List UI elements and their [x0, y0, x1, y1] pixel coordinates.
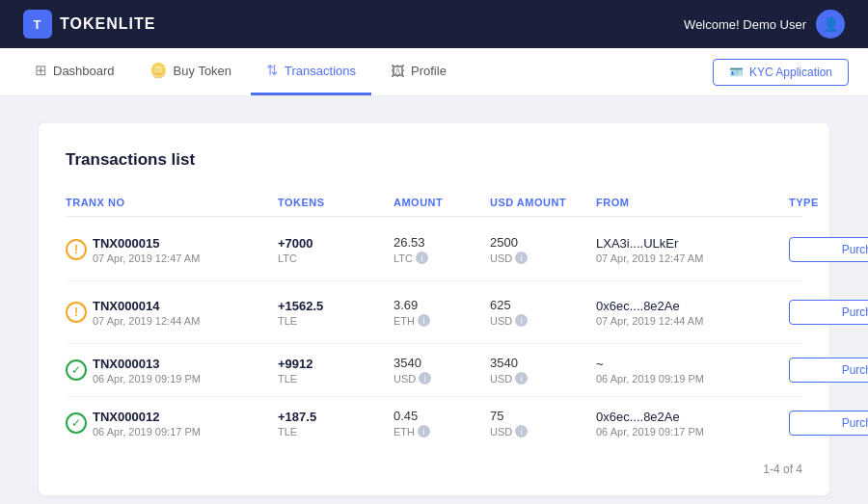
info-icon[interactable]: i — [418, 425, 430, 438]
purchase-button[interactable]: Purchase — [789, 358, 868, 383]
info-icon-usd[interactable]: i — [515, 314, 528, 327]
from-cell: 0x6ec....8e2Ae 06 Apr, 2019 09:17 PM — [596, 410, 789, 438]
usd-value: 625 — [490, 298, 596, 312]
status-icon-ok: ✓ — [66, 412, 87, 434]
purchase-button[interactable]: Purchase — [789, 300, 868, 325]
avatar[interactable]: 👤 — [816, 10, 845, 39]
amount-cell: 3540 USD i — [393, 356, 490, 385]
token-unit: TLE — [278, 373, 393, 385]
nav-label-dashboard: Dashboard — [53, 64, 115, 78]
kyc-icon: 🪪 — [729, 66, 744, 79]
amount-cell: 26.53 LTC i — [393, 235, 490, 264]
amount-unit: USD i — [393, 372, 490, 385]
usd-unit: USD i — [490, 372, 596, 385]
table-row: ✓ TNX000013 06 Apr, 2019 09:19 PM +9912 … — [66, 344, 802, 397]
token-unit: TLE — [278, 315, 393, 327]
from-date: 07 Apr, 2019 12:44 AM — [596, 315, 789, 327]
amount-value: 0.45 — [393, 409, 490, 423]
info-icon[interactable]: i — [418, 314, 430, 327]
purchase-button[interactable]: Purchase — [789, 237, 868, 262]
table-row: ! TNX000015 07 Apr, 2019 12:47 AM +7000 … — [66, 219, 802, 281]
txn-date: 06 Apr, 2019 09:19 PM — [93, 373, 201, 385]
from-cell: LXA3i....ULkEr 07 Apr, 2019 12:47 AM — [596, 236, 789, 264]
token-amount: +187.5 — [278, 410, 393, 424]
tokens-cell: +1562.5 TLE — [278, 299, 393, 327]
txn-id: TNX000014 — [93, 299, 200, 313]
nav-item-transactions[interactable]: ⇅ Transactions — [251, 48, 371, 95]
tokens-cell: +7000 LTC — [278, 236, 393, 264]
amount-value: 26.53 — [393, 235, 490, 250]
main-content: Transactions list TRANX NO TOKENS AMOUNT… — [0, 96, 868, 504]
txn-id: TNX000013 — [93, 357, 201, 371]
type-cell: Purchase — [789, 358, 868, 383]
table-row: ✓ TNX000012 06 Apr, 2019 09:17 PM +187.5… — [66, 397, 802, 449]
from-address: 0x6ec....8e2Ae — [596, 299, 789, 313]
nav-item-dashboard[interactable]: ⊞ Dashboard — [19, 48, 130, 95]
usd-value: 75 — [490, 409, 596, 423]
token-amount: +1562.5 — [278, 299, 393, 313]
logo: T TOKENLITE — [23, 10, 155, 39]
amount-unit: ETH i — [393, 314, 490, 327]
amount-value: 3540 — [393, 356, 490, 370]
from-date: 06 Apr, 2019 09:17 PM — [596, 426, 789, 438]
amount-cell: 0.45 ETH i — [393, 409, 490, 438]
type-cell: Purchase — [789, 411, 868, 436]
from-date: 06 Apr, 2019 09:19 PM — [596, 373, 789, 385]
buy-token-icon: 🪙 — [149, 62, 168, 79]
token-amount: +7000 — [278, 236, 393, 251]
transactions-icon: ⇅ — [266, 62, 279, 79]
card-title: Transactions list — [66, 150, 802, 170]
txn-cell: ✓ TNX000012 06 Apr, 2019 09:17 PM — [66, 410, 278, 438]
txn-date: 06 Apr, 2019 09:17 PM — [93, 426, 201, 438]
amount-unit: ETH i — [393, 425, 490, 438]
nav-item-profile[interactable]: 🖼 Profile — [375, 48, 462, 95]
dashboard-icon: ⊞ — [35, 62, 47, 79]
amount-cell: 3.69 ETH i — [393, 298, 490, 327]
usd-cell: 625 USD i — [490, 298, 596, 327]
txn-date: 07 Apr, 2019 12:47 AM — [93, 252, 200, 264]
usd-unit: USD i — [490, 314, 596, 327]
usd-value: 3540 — [490, 356, 596, 370]
type-cell: Purchase — [789, 300, 868, 325]
nav-label-transactions: Transactions — [285, 64, 356, 78]
from-address: 0x6ec....8e2Ae — [596, 410, 789, 424]
token-unit: TLE — [278, 426, 393, 438]
usd-cell: 75 USD i — [490, 409, 596, 438]
kyc-btn-label: KYC Application — [749, 66, 832, 79]
from-cell: ~ 06 Apr, 2019 09:19 PM — [596, 357, 789, 385]
nav-item-buy-token[interactable]: 🪙 Buy Token — [134, 48, 247, 95]
info-icon-usd[interactable]: i — [515, 252, 528, 264]
usd-value: 2500 — [490, 235, 596, 250]
from-address: LXA3i....ULkEr — [596, 236, 789, 251]
logo-icon: T — [23, 10, 52, 39]
app-header: T TOKENLITE Welcome! Demo User 👤 — [0, 0, 868, 48]
info-icon-usd[interactable]: i — [515, 425, 528, 438]
info-icon-usd[interactable]: i — [515, 372, 528, 385]
nav-links: ⊞ Dashboard 🪙 Buy Token ⇅ Transactions 🖼… — [19, 48, 462, 95]
nav-label-buy-token: Buy Token — [174, 64, 231, 78]
usd-cell: 2500 USD i — [490, 235, 596, 264]
logo-text: TOKENLITE — [60, 15, 155, 33]
col-from: FROM — [596, 197, 789, 208]
amount-value: 3.69 — [393, 298, 490, 312]
header-right: Welcome! Demo User 👤 — [684, 10, 845, 39]
status-icon-warn: ! — [66, 239, 87, 260]
info-icon[interactable]: i — [419, 372, 431, 385]
token-amount: +9912 — [278, 357, 393, 371]
purchase-button[interactable]: Purchase — [789, 411, 868, 436]
transactions-card: Transactions list TRANX NO TOKENS AMOUNT… — [39, 123, 829, 495]
usd-unit: USD i — [490, 425, 596, 438]
pagination: 1-4 of 4 — [66, 449, 802, 476]
kyc-button[interactable]: 🪪 KYC Application — [713, 59, 849, 86]
txn-cell: ! TNX000014 07 Apr, 2019 12:44 AM — [66, 299, 278, 327]
txn-id: TNX000012 — [93, 410, 201, 424]
profile-icon: 🖼 — [391, 63, 405, 79]
col-amount: AMOUNT — [393, 197, 490, 208]
info-icon[interactable]: i — [416, 252, 428, 264]
from-cell: 0x6ec....8e2Ae 07 Apr, 2019 12:44 AM — [596, 299, 789, 327]
welcome-text: Welcome! Demo User — [684, 17, 806, 32]
status-icon-ok: ✓ — [66, 359, 87, 381]
navbar: ⊞ Dashboard 🪙 Buy Token ⇅ Transactions 🖼… — [0, 48, 868, 96]
table-row: ! TNX000014 07 Apr, 2019 12:44 AM +1562.… — [66, 281, 802, 344]
nav-label-profile: Profile — [411, 64, 447, 78]
